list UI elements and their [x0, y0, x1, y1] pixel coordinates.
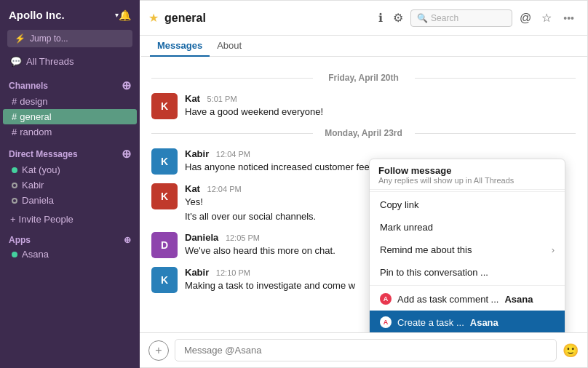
dm-user-name: Daniela	[22, 195, 54, 206]
dm-user-name: Kat (you)	[22, 164, 60, 175]
add-attachment-button[interactable]: +	[148, 340, 169, 361]
all-threads-link[interactable]: 💬 All Threads	[0, 53, 140, 71]
channel-name-label: random	[20, 127, 52, 137]
channels-section-header: Channels ⊕	[0, 71, 140, 94]
avatar: K	[151, 148, 178, 175]
dm-user-name: Kabir	[22, 180, 44, 191]
channel-header: ★ general ℹ ⚙ 🔍 Search @ ☆ •••	[140, 1, 587, 36]
sidebar-item-design[interactable]: # design	[0, 94, 140, 109]
asana-icon: A	[380, 293, 392, 305]
sidebar-dm-kat[interactable]: Kat (you)	[0, 162, 140, 177]
remind-label: Remind me about this	[380, 244, 472, 255]
copy-link-label: Copy link	[380, 199, 418, 210]
sidebar-item-general[interactable]: # general	[3, 109, 137, 124]
mark-unread-item[interactable]: Mark unread	[370, 216, 565, 239]
sidebar-item-asana[interactable]: Asana	[0, 247, 140, 262]
info-icon[interactable]: ℹ	[376, 9, 386, 26]
message-author: Daniela	[185, 232, 218, 243]
jump-to-label: Jump to...	[30, 33, 68, 44]
add-dm-button[interactable]: ⊕	[122, 147, 131, 161]
message-input-bar: + 🙂	[140, 332, 587, 367]
tab-messages-label: Messages	[157, 40, 202, 51]
create-task-item[interactable]: A Create a task ... Asana	[370, 311, 565, 332]
more-options-button[interactable]: •••	[559, 11, 579, 25]
message-time: 12:10 PM	[216, 268, 250, 277]
add-task-label: Add as task comment ...	[397, 294, 498, 305]
at-icon[interactable]: @	[517, 10, 534, 26]
jump-to-button[interactable]: ⚡ Jump to...	[7, 30, 132, 47]
asana-icon: A	[380, 316, 392, 328]
all-threads-label: All Threads	[26, 56, 74, 67]
avatar: K	[151, 93, 178, 119]
channel-name-header: general	[164, 12, 206, 25]
message-time: 5:01 PM	[207, 95, 237, 103]
copy-link-item[interactable]: Copy link	[370, 193, 565, 216]
follow-message-label: Follow message	[378, 165, 556, 176]
tab-about[interactable]: About	[210, 36, 249, 57]
offline-status-dot	[12, 183, 17, 188]
tab-messages[interactable]: Messages	[150, 36, 210, 57]
channel-name-text: general	[164, 12, 206, 25]
message-input[interactable]	[175, 339, 557, 361]
channel-name-label: general	[20, 111, 51, 122]
search-placeholder: Search	[431, 13, 458, 23]
jump-to-icon: ⚡	[15, 33, 25, 44]
message-content: Kat 5:01 PM Have a good weekend everyone…	[185, 93, 576, 119]
channel-hash-icon: #	[12, 127, 17, 137]
emoji-button[interactable]: 🙂	[563, 343, 579, 359]
bookmark-icon[interactable]: ☆	[539, 9, 555, 26]
avatar: K	[151, 183, 178, 209]
context-menu-header: Follow message Any replies will show up …	[370, 159, 565, 190]
message-time: 12:04 PM	[216, 150, 250, 159]
create-task-app: Asana	[470, 317, 498, 328]
gear-icon[interactable]: ⚙	[390, 9, 406, 26]
app-name-label: Asana	[22, 249, 49, 260]
sidebar: Apollo Inc. ▾ 🔔 ⚡ Jump to... 💬 All Threa…	[0, 0, 140, 368]
channel-name-label: design	[20, 96, 47, 107]
channel-hash-icon: #	[12, 96, 17, 107]
message-text: Have a good weekend everyone!	[185, 105, 576, 119]
remind-item[interactable]: Remind me about this ›	[370, 239, 565, 261]
sidebar-dm-daniela[interactable]: Daniela	[0, 193, 140, 208]
channel-hash-icon: #	[12, 111, 17, 122]
divider	[370, 191, 565, 192]
sidebar-dm-kabir[interactable]: Kabir	[0, 177, 140, 193]
message-author: Kabir	[185, 267, 209, 278]
message-author: Kat	[185, 93, 200, 104]
apps-section-header: Apps ⊕	[0, 228, 140, 247]
offline-status-dot	[12, 198, 17, 204]
dm-label: Direct Messages	[9, 149, 78, 159]
messages-area: Friday, April 20th K Kat 5:01 PM Have a …	[140, 57, 587, 332]
avatar: D	[151, 232, 178, 258]
message-time: 12:04 PM	[207, 185, 242, 193]
create-task-label: Create a task ...	[397, 317, 464, 328]
star-icon[interactable]: ★	[148, 11, 159, 25]
pin-item[interactable]: Pin to this conversation ...	[370, 261, 565, 284]
pin-label: Pin to this conversation ...	[380, 267, 488, 278]
sidebar-header: Apollo Inc. ▾ 🔔	[0, 0, 140, 27]
channels-label: Channels	[9, 81, 48, 91]
avatar: K	[151, 267, 178, 293]
apps-label: Apps	[9, 235, 31, 245]
context-menu: Follow message Any replies will show up …	[369, 159, 565, 332]
online-status-dot	[12, 167, 17, 173]
divider	[370, 285, 565, 286]
workspace-name[interactable]: Apollo Inc.	[9, 9, 112, 21]
search-box[interactable]: 🔍 Search	[410, 9, 512, 27]
tab-about-label: About	[217, 40, 242, 51]
sidebar-item-random[interactable]: # random	[0, 124, 140, 140]
chevron-right-icon: ›	[552, 244, 555, 255]
plus-icon: +	[10, 214, 16, 225]
threads-icon: 💬	[10, 56, 22, 67]
bell-icon[interactable]: 🔔	[119, 9, 131, 21]
plus-icon: +	[155, 344, 162, 357]
add-app-button[interactable]: ⊕	[124, 235, 131, 245]
add-channel-button[interactable]: ⊕	[122, 79, 131, 92]
follow-message-sub: Any replies will show up in All Threads	[378, 176, 556, 185]
message-time: 12:05 PM	[226, 233, 260, 242]
channel-tabs: Messages About	[141, 36, 587, 57]
invite-people-button[interactable]: + Invite People	[0, 208, 140, 228]
date-divider-friday: Friday, April 20th	[151, 73, 576, 83]
message-author: Kabir	[185, 148, 209, 159]
add-task-comment-item[interactable]: A Add as task comment ... Asana	[370, 287, 565, 311]
